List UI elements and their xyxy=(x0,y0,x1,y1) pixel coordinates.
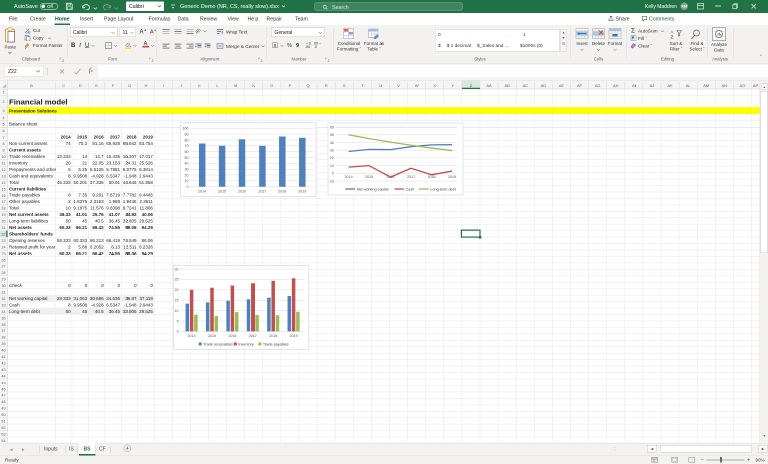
svg-text:2015: 2015 xyxy=(208,334,216,338)
svg-text:AM: AM xyxy=(703,83,709,88)
svg-text:2019: 2019 xyxy=(290,334,298,338)
svg-text:9.4445: 9.4445 xyxy=(139,193,153,198)
svg-text:52: 52 xyxy=(1,426,5,430)
svg-text:48: 48 xyxy=(1,400,5,404)
svg-text:43: 43 xyxy=(1,368,5,372)
svg-text:42: 42 xyxy=(1,361,5,365)
svg-text:-1.948: -1.948 xyxy=(124,173,137,178)
svg-text:16.207: 16.207 xyxy=(123,154,137,159)
svg-text:7.7782: 7.7782 xyxy=(123,193,137,198)
svg-text:2018: 2018 xyxy=(126,135,137,140)
svg-text:I: I xyxy=(163,83,164,88)
svg-text:51.868: 51.868 xyxy=(139,180,153,185)
svg-text:AH: AH xyxy=(613,83,619,88)
svg-text:50: 50 xyxy=(184,156,188,160)
svg-text:17.017: 17.017 xyxy=(139,154,153,159)
svg-text:1.9446: 1.9446 xyxy=(123,199,137,204)
svg-text:36.45: 36.45 xyxy=(109,219,121,224)
svg-text:5: 5 xyxy=(2,122,4,126)
svg-text:10: 10 xyxy=(330,164,334,168)
svg-text:21: 21 xyxy=(82,160,88,165)
svg-text:Inventory: Inventory xyxy=(9,160,28,165)
svg-text:Cash: Cash xyxy=(406,187,415,191)
svg-text:60.333: 60.333 xyxy=(73,238,87,243)
svg-text:2018: 2018 xyxy=(269,334,277,338)
svg-text:12: 12 xyxy=(1,168,5,172)
svg-text:Shareholders' funds: Shareholders' funds xyxy=(9,231,53,236)
svg-text:46: 46 xyxy=(1,387,5,391)
svg-text:24: 24 xyxy=(1,245,5,249)
svg-text:Long-term debt: Long-term debt xyxy=(430,187,456,191)
svg-text:Check: Check xyxy=(9,283,23,288)
svg-text:2015: 2015 xyxy=(365,175,373,179)
svg-text:40.5: 40.5 xyxy=(95,219,104,224)
svg-text:15: 15 xyxy=(1,187,5,191)
svg-text:9.9508: 9.9508 xyxy=(73,173,87,178)
svg-text:13.511: 13.511 xyxy=(123,244,137,249)
svg-text:5: 5 xyxy=(177,319,179,323)
svg-text:10: 10 xyxy=(1,155,5,159)
svg-text:22.05: 22.05 xyxy=(92,160,104,165)
svg-text:80: 80 xyxy=(184,138,188,142)
svg-text:-10: -10 xyxy=(329,179,334,183)
svg-text:Current assets: Current assets xyxy=(9,148,41,153)
svg-text:2.9443: 2.9443 xyxy=(139,173,153,178)
svg-text:R: R xyxy=(325,83,328,88)
svg-text:5.5125: 5.5125 xyxy=(90,167,104,172)
svg-text:36.45: 36.45 xyxy=(109,309,121,314)
svg-text:30: 30 xyxy=(184,168,188,172)
svg-text:32.805: 32.805 xyxy=(123,219,137,224)
svg-text:27: 27 xyxy=(1,265,5,269)
svg-text:V: V xyxy=(397,83,400,88)
svg-text:AN: AN xyxy=(722,83,728,88)
svg-text:9: 9 xyxy=(2,149,4,153)
svg-text:66.419: 66.419 xyxy=(106,238,120,243)
svg-text:44.646: 44.646 xyxy=(123,180,137,185)
svg-text:30: 30 xyxy=(1,284,5,288)
svg-text:2.9443: 2.9443 xyxy=(139,302,153,307)
svg-text:9.8398: 9.8398 xyxy=(106,206,120,211)
svg-text:2: 2 xyxy=(2,100,4,104)
svg-text:6.3814: 6.3814 xyxy=(139,167,153,172)
svg-text:23: 23 xyxy=(1,239,5,243)
svg-text:Current liabilities: Current liabilities xyxy=(9,186,47,191)
svg-text:19: 19 xyxy=(1,213,5,217)
svg-text:7.35: 7.35 xyxy=(78,193,87,198)
svg-text:Inventory: Inventory xyxy=(238,342,254,346)
svg-text:37.335: 37.335 xyxy=(90,180,104,185)
svg-text:50: 50 xyxy=(1,413,5,417)
svg-text:36: 36 xyxy=(1,323,5,327)
svg-text:17: 17 xyxy=(1,200,5,204)
svg-text:14.7: 14.7 xyxy=(95,154,104,159)
svg-text:Y: Y xyxy=(452,83,455,88)
svg-text:45: 45 xyxy=(82,219,88,224)
svg-text:N: N xyxy=(252,83,255,88)
svg-text:45: 45 xyxy=(82,309,88,314)
svg-text:0: 0 xyxy=(332,172,334,176)
svg-text:20: 20 xyxy=(330,156,334,160)
svg-text:24.31: 24.31 xyxy=(125,160,137,165)
svg-text:32.805: 32.805 xyxy=(123,309,137,314)
svg-text:40: 40 xyxy=(184,162,188,166)
svg-text:20: 20 xyxy=(66,160,72,165)
svg-text:11.806: 11.806 xyxy=(140,206,154,211)
svg-text:50.201: 50.201 xyxy=(73,180,87,185)
svg-text:31.063: 31.063 xyxy=(73,296,87,301)
svg-text:Long-term liabilities: Long-term liabilities xyxy=(9,219,49,224)
svg-text:46.333: 46.333 xyxy=(57,180,71,185)
svg-text:38: 38 xyxy=(1,336,5,340)
svg-text:Net assets: Net assets xyxy=(9,225,32,230)
svg-text:13: 13 xyxy=(1,174,5,178)
svg-text:8: 8 xyxy=(2,142,4,146)
svg-text:11: 11 xyxy=(2,162,6,166)
svg-text:34: 34 xyxy=(1,310,5,314)
svg-text:40.06: 40.06 xyxy=(142,212,154,217)
svg-text:2014: 2014 xyxy=(198,189,206,193)
svg-text:22: 22 xyxy=(1,232,5,236)
svg-text:25: 25 xyxy=(175,278,179,282)
svg-text:AF: AF xyxy=(577,83,583,88)
svg-text:Q: Q xyxy=(306,83,309,88)
svg-text:2014: 2014 xyxy=(345,175,353,179)
svg-text:81.16: 81.16 xyxy=(92,141,104,146)
svg-text:74.55: 74.55 xyxy=(109,225,121,230)
